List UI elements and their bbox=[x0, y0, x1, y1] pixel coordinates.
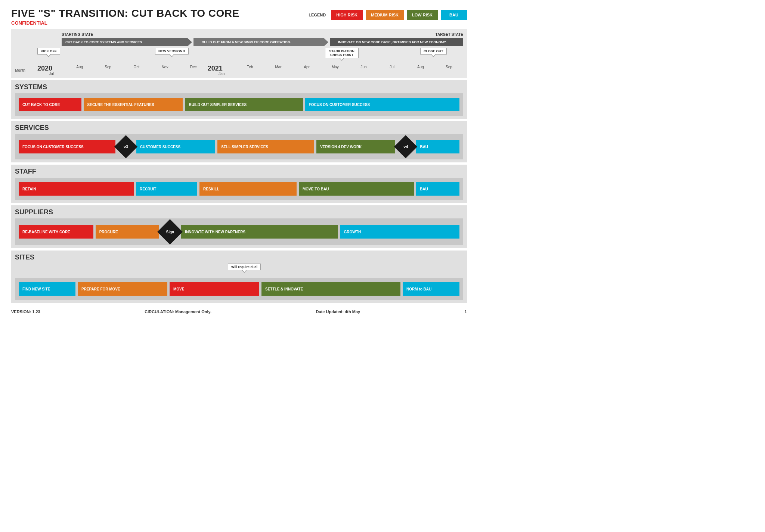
phase-arrow-1: CUT BACK TO CORE SYSTEMS AND SERVICES bbox=[62, 38, 192, 46]
services-bar-v4dev: VERSION 4 DEV WORK bbox=[316, 140, 395, 153]
month-mar: Mar bbox=[264, 65, 292, 76]
footer-version: VERSION: 1.23 bbox=[11, 309, 40, 314]
suppliers-bar-innovate: INNOVATE WITH NEW PARTNERS bbox=[181, 225, 338, 239]
month-aug-2021: Aug bbox=[406, 65, 435, 76]
footer-page: 1 bbox=[465, 309, 467, 314]
systems-title: SYSTEMS bbox=[15, 83, 463, 91]
services-bar-customer-success: CUSTOMER SUCCESS bbox=[136, 140, 215, 153]
services-row: FOCUS ON CUSTOMER SUCCESS v3 CUSTOMER SU… bbox=[15, 134, 463, 159]
staff-bar-reskill: RESKILL bbox=[199, 182, 297, 196]
month-jun: Jun bbox=[349, 65, 378, 76]
suppliers-title: SUPPLIERS bbox=[15, 208, 463, 216]
staff-bar-retain: RETAIN bbox=[19, 182, 134, 196]
sites-bar-prepare: PREPARE FOR MOVE bbox=[78, 282, 167, 296]
month-nov: Nov bbox=[151, 65, 179, 76]
sites-bar-move: MOVE bbox=[170, 282, 259, 296]
systems-row: CUT BACK TO CORE SECURE THE ESSENTIAL FE… bbox=[15, 93, 463, 116]
footer-date: Date Updated: 4th May bbox=[316, 309, 360, 314]
month-dec: Dec bbox=[179, 65, 208, 76]
starting-state-label: STARTING STATE bbox=[62, 32, 93, 37]
staff-bar-bau: BAU bbox=[416, 182, 459, 196]
services-bar-focus: FOCUS ON CUSTOMER SUCCESS bbox=[19, 140, 115, 153]
systems-bar-essential: SECURE THE ESSENTIAL FEATURES bbox=[84, 98, 183, 111]
callout-stabilisation: STABILISATION CHECK POINT bbox=[325, 48, 359, 58]
suppliers-section: SUPPLIERS RE-BASELINE WITH CORE PROCURE … bbox=[11, 205, 467, 248]
diamond-sign: Sign bbox=[161, 223, 179, 241]
target-state-label: TARGET STATE bbox=[436, 32, 463, 37]
staff-row: RETAIN RECRUIT RESKILL MOVE TO BAU BAU bbox=[15, 178, 463, 200]
systems-section: SYSTEMS CUT BACK TO CORE SECURE THE ESSE… bbox=[11, 80, 467, 119]
services-bar-bau: BAU bbox=[416, 140, 459, 153]
sites-row: FIND NEW SITE PREPARE FOR MOVE MOVE SETT… bbox=[15, 278, 463, 300]
sites-bar-normtobau: NORM to BAU bbox=[403, 282, 459, 296]
month-apr: Apr bbox=[292, 65, 321, 76]
legend-low-risk: LOW RISK bbox=[407, 10, 438, 20]
callout-newversion3: NEW VERSION 3 bbox=[155, 48, 189, 55]
services-section: SERVICES FOCUS ON CUSTOMER SUCCESS v3 CU… bbox=[11, 121, 467, 162]
legend-medium-risk: MEDIUM RISK bbox=[366, 10, 404, 20]
services-bar-sell: SELL SIMPLER SERVICES bbox=[217, 140, 314, 153]
systems-bar-buildout: BUILD OUT SIMPLER SERVICES bbox=[185, 98, 303, 111]
sites-bar-findnewsite: FIND NEW SITE bbox=[19, 282, 75, 296]
staff-bar-movetobau: MOVE TO BAU bbox=[299, 182, 414, 196]
staff-title: STAFF bbox=[15, 168, 463, 175]
staff-bar-recruit: RECRUIT bbox=[136, 182, 197, 196]
sites-title: SITES bbox=[15, 253, 463, 261]
sites-section: SITES Will require dual FIND NEW SITE PR… bbox=[11, 251, 467, 303]
callout-closeout: CLOSE OUT bbox=[420, 48, 447, 55]
month-aug: Aug bbox=[65, 65, 94, 76]
phase-arrow-2: BUILD OUT FROM A NEW SIMPLER CORE OPERAT… bbox=[193, 38, 328, 46]
will-require-tooltip: Will require dual bbox=[228, 264, 261, 270]
sites-callout-will-require: Will require dual bbox=[228, 264, 261, 270]
month-may: May bbox=[321, 65, 349, 76]
month-sep: Sep bbox=[94, 65, 122, 76]
suppliers-bar-rebaseline: RE-BASELINE WITH CORE bbox=[19, 225, 93, 239]
legend-bau: BAU bbox=[441, 10, 467, 20]
footer: VERSION: 1.23 CIRCULATION: Management On… bbox=[11, 307, 467, 316]
year-2021: 2021 bbox=[208, 65, 223, 72]
callout-kickoff: KICK OFF bbox=[37, 48, 60, 55]
legend-high-risk: HIGH RISK bbox=[331, 10, 363, 20]
page-title: FIVE "S" TRANSITION: CUT BACK TO CORE bbox=[11, 7, 239, 19]
month-oct: Oct bbox=[122, 65, 151, 76]
month-feb: Feb bbox=[236, 65, 264, 76]
sites-bar-settle: SETTLE & INNOVATE bbox=[261, 282, 400, 296]
suppliers-row: RE-BASELINE WITH CORE PROCURE Sign INNOV… bbox=[15, 218, 463, 245]
phase-arrow-3: INNOVATE ON NEW CORE BASE, OPTIMISED FOR… bbox=[330, 38, 463, 46]
suppliers-bar-procure: PROCURE bbox=[96, 225, 159, 239]
services-title: SERVICES bbox=[15, 124, 463, 132]
staff-section: STAFF RETAIN RECRUIT RESKILL MOVE TO BAU… bbox=[11, 165, 467, 203]
footer-circulation: CIRCULATION: Management Only. bbox=[145, 309, 211, 314]
confidential-label: CONFIDENTIAL bbox=[11, 20, 239, 26]
suppliers-bar-growth: GROWTH bbox=[340, 225, 459, 239]
month-sep-2021: Sep bbox=[435, 65, 463, 76]
systems-bar-cutback: CUT BACK TO CORE bbox=[19, 98, 81, 111]
month-jul-2021: Jul bbox=[378, 65, 406, 76]
month-jul-2020: Jul bbox=[37, 72, 65, 76]
month-header: Month bbox=[15, 68, 37, 72]
systems-bar-customer: FOCUS ON CUSTOMER SUCCESS bbox=[305, 98, 459, 111]
diamond-v3: v3 bbox=[118, 139, 134, 155]
year-2020: 2020 bbox=[37, 65, 52, 72]
legend-label: LEGEND bbox=[309, 13, 326, 17]
diamond-v4: v4 bbox=[397, 139, 414, 155]
month-jan-2021: Jan bbox=[208, 72, 236, 76]
